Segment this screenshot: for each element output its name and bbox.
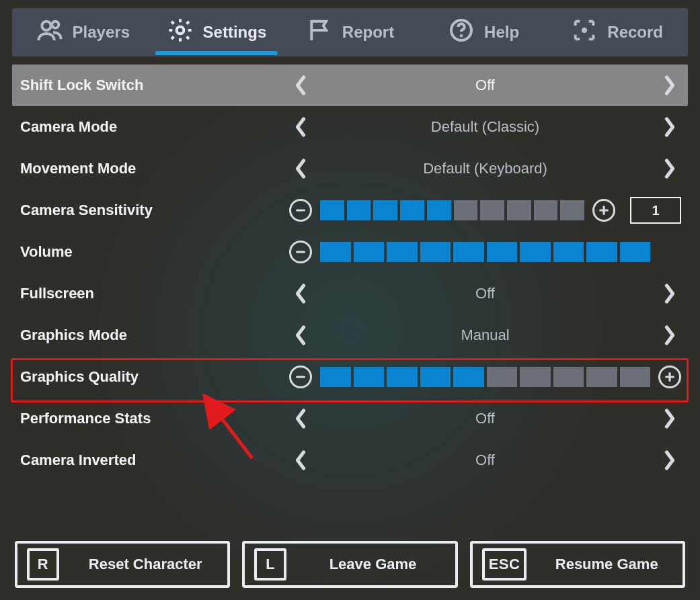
slider-segment[interactable] (373, 200, 397, 220)
slider-segment[interactable] (507, 200, 531, 220)
setting-value: Default (Keyboard) (312, 160, 658, 177)
tab-label: Players (73, 23, 130, 42)
svg-point-1 (52, 22, 59, 28)
flag-icon (306, 17, 333, 48)
resume-game-button[interactable]: ESC Resume Game (470, 541, 685, 588)
slider-segment[interactable] (520, 242, 551, 262)
slider-segment[interactable] (520, 367, 551, 387)
slider-segment[interactable] (420, 242, 451, 262)
slider-segment[interactable] (586, 367, 617, 387)
setting-label: Graphics Mode (20, 327, 289, 344)
row-shift-lock: Shift Lock Switch Off (12, 65, 688, 106)
svg-point-0 (42, 22, 50, 30)
svg-point-4 (461, 35, 462, 36)
slider-segment[interactable] (427, 200, 451, 220)
chevron-right-icon[interactable] (658, 278, 681, 309)
setting-label: Volume (20, 243, 289, 261)
tab-label: Settings (203, 23, 267, 42)
tab-help[interactable]: Help (417, 8, 551, 56)
setting-label: Movement Mode (20, 160, 289, 177)
chevron-left-icon[interactable] (289, 153, 312, 184)
plus-button[interactable] (658, 366, 681, 388)
setting-value: Manual (312, 327, 658, 344)
tab-label: Help (484, 23, 519, 42)
graphics-quality-slider[interactable] (320, 367, 650, 387)
chevron-left-icon[interactable] (289, 70, 312, 101)
chevron-right-icon[interactable] (658, 112, 681, 142)
tab-label: Record (607, 23, 663, 42)
chevron-left-icon[interactable] (289, 445, 312, 476)
slider-segment[interactable] (354, 242, 385, 262)
slider-segment[interactable] (453, 242, 484, 262)
reset-character-button[interactable]: R Reset Character (15, 541, 230, 588)
slider-segment[interactable] (320, 200, 344, 220)
keycap: L (254, 548, 286, 581)
keycap: R (27, 548, 59, 581)
slider-segment[interactable] (487, 242, 518, 262)
row-camera-sensitivity: Camera Sensitivity (12, 189, 688, 231)
chevron-left-icon[interactable] (289, 112, 312, 142)
sensitivity-input[interactable] (630, 197, 681, 224)
plus-button[interactable] (592, 199, 615, 222)
tab-label: Report (342, 23, 394, 42)
slider-segment[interactable] (487, 367, 518, 387)
record-icon (571, 17, 598, 48)
slider-segment[interactable] (480, 200, 504, 220)
setting-value: Off (312, 410, 658, 427)
action-bar: R Reset Character L Leave Game ESC Resum… (15, 541, 685, 588)
slider-segment[interactable] (586, 242, 617, 262)
tab-players[interactable]: Players (16, 8, 150, 56)
minus-button[interactable] (289, 366, 312, 388)
row-movement-mode: Movement Mode Default (Keyboard) (12, 148, 688, 189)
chevron-right-icon[interactable] (658, 70, 681, 101)
gear-icon (167, 17, 194, 48)
chevron-right-icon[interactable] (658, 320, 681, 351)
slider-segment[interactable] (387, 367, 418, 387)
setting-label: Camera Inverted (20, 452, 289, 469)
settings-panel: Shift Lock Switch Off Camera Mode Defaul… (12, 65, 688, 481)
slider-segment[interactable] (534, 200, 558, 220)
action-label: Reset Character (73, 556, 218, 573)
slider-segment[interactable] (560, 200, 584, 220)
slider-segment[interactable] (453, 367, 484, 387)
slider-segment[interactable] (320, 242, 351, 262)
setting-value: Default (Classic) (312, 118, 658, 136)
slider-segment[interactable] (347, 200, 371, 220)
setting-value: Off (312, 452, 658, 469)
chevron-left-icon[interactable] (289, 320, 312, 351)
slider-segment[interactable] (620, 242, 651, 262)
svg-point-2 (176, 27, 184, 34)
slider-segment[interactable] (320, 367, 351, 387)
sensitivity-slider[interactable] (320, 200, 584, 220)
keycap: ESC (482, 548, 527, 581)
leave-game-button[interactable]: L Leave Game (242, 541, 457, 588)
slider-segment[interactable] (553, 242, 584, 262)
slider-segment[interactable] (387, 242, 418, 262)
tab-report[interactable]: Report (283, 8, 417, 56)
menu-tab-bar: Players Settings Report Help Record (12, 8, 688, 56)
chevron-right-icon[interactable] (658, 153, 681, 184)
chevron-right-icon[interactable] (658, 445, 681, 476)
tab-settings[interactable]: Settings (150, 8, 284, 56)
slider-segment[interactable] (420, 367, 451, 387)
question-icon (448, 17, 475, 48)
chevron-right-icon[interactable] (658, 403, 681, 434)
tab-record[interactable]: Record (550, 8, 684, 56)
row-performance-stats: Performance Stats Off (12, 398, 688, 439)
row-camera-inverted: Camera Inverted Off (12, 439, 688, 481)
row-volume: Volume (12, 231, 688, 273)
minus-button[interactable] (289, 199, 312, 222)
slider-segment[interactable] (553, 367, 584, 387)
setting-value: Off (312, 285, 658, 302)
minus-button[interactable] (289, 241, 312, 263)
chevron-left-icon[interactable] (289, 278, 312, 309)
slider-segment[interactable] (454, 200, 478, 220)
slider-segment[interactable] (354, 367, 385, 387)
volume-slider[interactable] (320, 242, 650, 262)
setting-value: Off (312, 77, 658, 94)
tab-active-underline (155, 51, 278, 55)
row-fullscreen: Fullscreen Off (12, 273, 688, 314)
chevron-left-icon[interactable] (289, 403, 312, 434)
slider-segment[interactable] (620, 367, 651, 387)
slider-segment[interactable] (400, 200, 424, 220)
